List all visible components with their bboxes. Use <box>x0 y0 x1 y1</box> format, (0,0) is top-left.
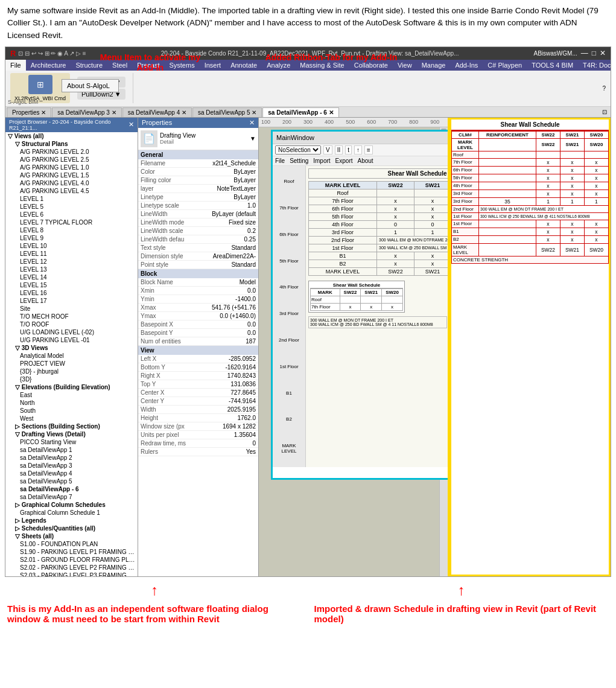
col-sw22: SW22 <box>377 181 414 189</box>
tree-item-s203[interactable]: S2.03 - PARKING LEVEL P3 FRAMING PLAN <box>5 572 138 576</box>
menu-export[interactable]: Export <box>335 158 353 164</box>
prop-windowsize: Window size (px1694 x 1282 <box>138 422 258 431</box>
inset-schedule: Shear Wall Schedule MARK SW22 SW21 SW20 … <box>308 281 405 313</box>
view-tab-3[interactable]: sa DetailViewApp 3 ✕ <box>52 107 121 117</box>
tree-item-3d-views[interactable]: ▽ 3D Views <box>5 344 138 352</box>
tree-item-north[interactable]: North <box>5 399 138 407</box>
tree-item-level9[interactable]: LEVEL 9 <box>5 234 138 242</box>
tree-item-analytical[interactable]: Analytical Model <box>5 352 138 360</box>
table-row: B2 xxx <box>309 260 448 267</box>
tree-item-east[interactable]: East <box>5 391 138 399</box>
tree-item-level6[interactable]: LEVEL 6 <box>5 211 138 218</box>
view-nav-button[interactable]: ⊡ <box>600 107 609 117</box>
project-browser-close[interactable]: ✕ <box>129 121 134 129</box>
tree-item-level1[interactable]: LEVEL 1 <box>5 195 138 203</box>
tree-item-parking-25[interactable]: A/G PARKING LEVEL 2.5 <box>5 156 138 164</box>
tree-item-site[interactable]: Site <box>5 305 138 313</box>
tree-item-loading[interactable]: U/G LOADING LEVEL (-02) <box>5 328 138 336</box>
ribbon-tab-tools4bim[interactable]: TOOLS 4 BIM <box>527 60 578 71</box>
tree-item-s202[interactable]: S2.02 - PARKING LEVEL P2 FRAMING PLAN <box>5 564 138 572</box>
tree-item-col-schedules[interactable]: ▷ Graphical Column Schedules <box>5 501 138 509</box>
tree-item-level8[interactable]: LEVEL 8 <box>5 226 138 234</box>
tree-item-parking-10[interactable]: A/G PARKING LEVEL 1.0 <box>5 164 138 171</box>
tree-item-elevations[interactable]: ▽ Elevations (Building Elevation) <box>5 383 138 391</box>
tree-item-roof[interactable]: T/O ROOF <box>5 320 138 328</box>
tree-item-picco[interactable]: PICCO Starting View <box>5 438 138 446</box>
view-tab-5[interactable]: sa DetailViewApp 5 ✕ <box>192 107 262 117</box>
toolbar-t[interactable]: t <box>345 145 352 154</box>
tree-item-structural-plans[interactable]: ▽ Structural Plans <box>5 140 138 148</box>
menu-import[interactable]: Import <box>313 158 330 164</box>
tree-item-level13[interactable]: LEVEL 13 <box>5 266 138 273</box>
menu-file[interactable]: File <box>275 158 285 164</box>
tree-item-parking-2[interactable]: A/G PARKING LEVEL 2.0 <box>5 148 138 156</box>
floor-6th: 6th Floor <box>274 232 304 237</box>
maximize-button[interactable]: □ <box>592 49 596 57</box>
tree-item-sections[interactable]: ▷ Sections (Building Section) <box>5 422 138 430</box>
close-button[interactable]: ✕ <box>600 49 606 57</box>
view-type-dropdown[interactable]: ▼ <box>250 135 256 142</box>
tree-item-parking-15[interactable]: A/G PARKING LEVEL 1.5 <box>5 171 138 179</box>
properties-close[interactable]: ✕ <box>249 119 255 127</box>
tree-item-legends[interactable]: ▷ Legends <box>5 517 138 524</box>
view-tab-4[interactable]: sa DetailViewApp 4 ✕ <box>122 107 192 117</box>
no-selection-dropdown[interactable]: NoSelection <box>275 145 321 154</box>
tree-item-parking-40[interactable]: A/G PARKING LEVEL 4.0 <box>5 179 138 187</box>
tree-item-s100[interactable]: S1.00 - FOUNDATION PLAN <box>5 540 138 548</box>
tree-item-detail6[interactable]: sa DetailViewApp - 6 <box>5 485 138 493</box>
tree-item-level10[interactable]: LEVEL 10 <box>5 242 138 250</box>
tree-item-detail4[interactable]: sa DetailViewApp 4 <box>5 470 138 477</box>
tree-item-3d-jhburgal[interactable]: {3D} - jhburgal <box>5 368 138 375</box>
tree-item-level7[interactable]: LEVEL 7 TYPICAL FLOOR <box>5 218 138 226</box>
tree-item-parking-45[interactable]: A/G PARKING LEVEL 4.5 <box>5 187 138 195</box>
minimize-button[interactable]: — <box>581 49 588 57</box>
col-sw22-r: SW22 <box>536 131 560 138</box>
tree-item-drafting[interactable]: ▽ Drafting Views (Detail) <box>5 430 138 438</box>
tree-item-col-sched1[interactable]: Graphical Column Schedule 1 <box>5 509 138 517</box>
about-label[interactable]: About S-AlgoL <box>67 82 110 89</box>
tree-item-schedules[interactable]: ▷ Schedules/Quantities (all) <box>5 524 138 532</box>
ribbon-tab-csharp[interactable]: C# Playpen <box>483 60 527 71</box>
tree-item-detail2[interactable]: sa DetailViewApp 2 <box>5 454 138 462</box>
tree-item-level15[interactable]: LEVEL 15 <box>5 281 138 289</box>
tree-item-s201[interactable]: S2.01 - GROUND FLOOR FRAMING PLAN <box>5 556 138 564</box>
tree-item-level16[interactable]: LEVEL 16 <box>5 289 138 297</box>
cell-b1-label: B1 <box>309 252 377 260</box>
ribbon-tab-addins[interactable]: Add-Ins <box>450 60 483 71</box>
view-tab-properties[interactable]: Properties ✕ <box>7 107 51 117</box>
tree-item-level14[interactable]: LEVEL 14 <box>5 273 138 281</box>
tree-item-level11[interactable]: LEVEL 11 <box>5 250 138 258</box>
tree-item-level12[interactable]: LEVEL 12 <box>5 258 138 266</box>
tree-item-mech-roof[interactable]: T/O MECH ROOF <box>5 313 138 320</box>
wall-note-2: 300 WALL ICM @ 250 BD FWALL SM @ 4 11 NO… <box>310 322 445 326</box>
view-tab-6[interactable]: sa DetailViewApp - 6 ✕ <box>262 107 338 117</box>
ribbon-tab-architecture[interactable]: Architecture <box>26 60 71 71</box>
tree-item-detail3[interactable]: sa DetailViewApp 3 <box>5 462 138 470</box>
tree-item-west[interactable]: West <box>5 415 138 422</box>
tree-item-south[interactable]: South <box>5 407 138 415</box>
ribbon-help-button[interactable]: ? <box>602 85 606 92</box>
tree-item-project-view[interactable]: PROJECT VIEW <box>5 360 138 368</box>
toolbar-ii[interactable]: II <box>335 145 343 154</box>
menu-setting[interactable]: Setting <box>290 158 308 164</box>
schedule-title-label: Shear Wall Schedule <box>308 168 448 179</box>
tree-item-s190[interactable]: S1.90 - PARKING LEVEL P1 FRAMING PLAN <box>5 548 138 556</box>
table-row: CONCRETE STRENGTH <box>452 256 609 263</box>
tree-item-detail7[interactable]: sa DetailViewApp 7 <box>5 493 138 501</box>
tree-item-3d[interactable]: {3D} <box>5 375 138 383</box>
ribbon-tab-t4r[interactable]: T4R: Document <box>578 60 616 71</box>
toolbar-up[interactable]: ↑ <box>354 145 362 154</box>
toolbar-v[interactable]: V <box>323 145 332 154</box>
ribbon-tab-file[interactable]: File <box>5 60 26 71</box>
menu-about[interactable]: About <box>358 158 373 164</box>
tree-item-detail1[interactable]: sa DetailViewApp 1 <box>5 446 138 454</box>
toolbar-menu[interactable]: ≡ <box>364 145 373 154</box>
tree-item-level17[interactable]: LEVEL 17 <box>5 297 138 305</box>
ribbon-tab-manage[interactable]: Manage <box>417 60 451 71</box>
tree-item-level5[interactable]: LEVEL 5 <box>5 203 138 211</box>
ribbon-tab-annotate[interactable]: Annotate <box>226 60 262 71</box>
tree-item-detail5[interactable]: sa DetailViewApp 5 <box>5 477 138 485</box>
tree-item-sheets[interactable]: ▽ Sheets (all) <box>5 532 138 540</box>
tree-item-views-all[interactable]: ▽ Views (all) <box>5 132 138 140</box>
tree-item-parking-01[interactable]: U/G PARKING LEVEL -01 <box>5 336 138 344</box>
